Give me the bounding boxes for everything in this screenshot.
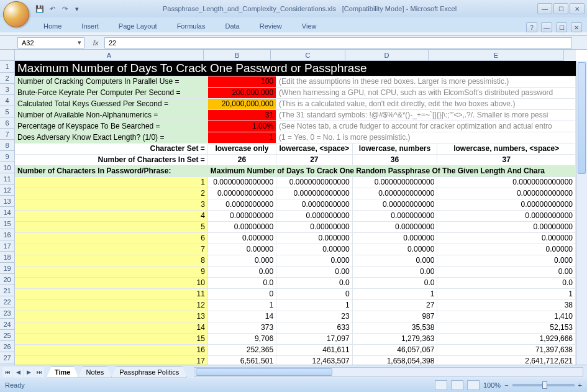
cell[interactable]: 0.0000000000 <box>437 210 576 221</box>
cell[interactable]: 9,706 <box>207 333 276 344</box>
cell[interactable]: 0.0000000000000 <box>352 176 437 188</box>
cell[interactable]: 1 <box>207 132 276 143</box>
row-header[interactable]: 20 <box>0 274 15 285</box>
select-all-corner[interactable] <box>0 50 15 61</box>
cell[interactable]: 0.0000000000 <box>276 199 353 210</box>
cell[interactable]: 1 <box>15 176 207 188</box>
cell[interactable]: 200,000,000 <box>207 87 276 98</box>
cell[interactable]: 14 <box>207 311 276 322</box>
cell[interactable]: 6,561,501 <box>207 355 276 365</box>
save-icon[interactable]: 💾 <box>35 4 45 14</box>
zoom-slider-thumb[interactable] <box>542 381 547 389</box>
tab-insert[interactable]: Insert <box>73 20 107 32</box>
row-header[interactable]: 21 <box>0 285 15 296</box>
sheet-tab[interactable]: Time <box>47 367 78 378</box>
tab-page-layout[interactable]: Page Layout <box>110 20 166 32</box>
cell[interactable]: lowercase only <box>207 143 276 154</box>
cell[interactable]: 0.00000 <box>437 244 576 255</box>
cell[interactable]: 1 <box>276 299 353 311</box>
cell[interactable]: 12,463,507 <box>276 355 353 365</box>
cell[interactable]: 0.000000000 <box>207 210 276 221</box>
cell[interactable]: 0.000 <box>276 255 353 266</box>
row-header[interactable]: 15 <box>0 218 15 229</box>
cell[interactable]: 987 <box>352 311 437 322</box>
cell[interactable]: 0.00000 <box>207 244 276 255</box>
cell[interactable]: Number of Characters In Password/Phrase: <box>15 165 207 176</box>
row-header[interactable]: 22 <box>0 296 15 308</box>
sheet-nav-prev-icon[interactable]: ◀ <box>13 367 23 377</box>
spreadsheet-grid[interactable]: ABCDE 1234567891011121314151617181920212… <box>0 50 587 365</box>
cell[interactable]: 0.000000 <box>207 232 276 244</box>
cell[interactable]: 2 <box>15 188 207 199</box>
cell[interactable]: 1 <box>437 288 576 299</box>
cell[interactable]: 11 <box>15 288 207 299</box>
cell[interactable]: Percentage of Keyspace To Be Searched = <box>15 121 207 132</box>
cell[interactable]: (1 = Yes, 0 = No. 1 is more pessimistic.… <box>276 132 576 143</box>
cell[interactable]: Number of Available Non-Alphanumerics = <box>15 109 207 121</box>
horizontal-scroll-thumb[interactable] <box>196 368 332 376</box>
cell[interactable]: 252,365 <box>207 344 276 355</box>
help-icon[interactable]: ? <box>526 22 537 32</box>
horizontal-scrollbar[interactable] <box>194 367 583 377</box>
cell[interactable]: 0.00 <box>437 266 576 277</box>
cell[interactable]: 0.000000 <box>276 232 353 244</box>
view-page-layout-button[interactable] <box>451 380 463 390</box>
name-box-dropdown-icon[interactable]: ▾ <box>75 39 84 47</box>
cell[interactable]: 0.00000 <box>352 244 437 255</box>
restore-button[interactable]: ☐ <box>553 3 568 14</box>
row-header[interactable]: 13 <box>0 196 15 207</box>
row-header[interactable]: 25 <box>0 330 15 341</box>
cell[interactable]: 12 <box>15 299 207 311</box>
cell[interactable]: 7 <box>15 244 207 255</box>
cell[interactable]: Maximum Number of Days To Crack One Pass… <box>15 61 576 76</box>
row-header[interactable]: 26 <box>0 341 15 352</box>
cell[interactable]: 0.0 <box>207 277 276 288</box>
cell[interactable]: 0.0000000000000 <box>276 176 353 188</box>
row-header[interactable]: 7 <box>0 129 15 140</box>
formula-bar[interactable]: 22 <box>104 37 572 48</box>
column-header[interactable]: B <box>204 50 271 61</box>
cell[interactable]: (See Notes tab, a crude fudger to accoun… <box>276 121 576 132</box>
cell[interactable]: 1,929,666 <box>437 333 576 344</box>
sheet-nav-last-icon[interactable]: ⏭ <box>34 367 44 377</box>
cell[interactable]: Does Adversary Know Exact Length? (1/0) … <box>15 132 207 143</box>
row-header[interactable]: 17 <box>0 240 15 252</box>
cell[interactable]: 0.000 <box>437 255 576 266</box>
cell[interactable]: 0.00000000 <box>276 221 353 232</box>
row-header[interactable]: 14 <box>0 207 15 218</box>
cell[interactable]: 0.00000000 <box>437 221 576 232</box>
fx-icon[interactable]: fx <box>91 39 101 47</box>
row-header[interactable]: 23 <box>0 308 15 319</box>
cell[interactable]: 0.000 <box>207 255 276 266</box>
cell[interactable]: 38 <box>437 299 576 311</box>
cell[interactable]: 15 <box>15 333 207 344</box>
cell[interactable]: 0.000000 <box>437 232 576 244</box>
cell[interactable]: Number of Cracking Computers In Parallel… <box>15 76 207 87</box>
cell[interactable]: Number of Characters In Set = <box>15 154 207 165</box>
row-headers[interactable]: 1234567891011121314151617181920212223242… <box>0 61 15 365</box>
cell[interactable]: 17,097 <box>276 333 353 344</box>
undo-icon[interactable]: ↶ <box>47 4 57 14</box>
cell[interactable]: 36 <box>352 154 437 165</box>
row-header[interactable]: 8 <box>0 140 15 151</box>
column-header[interactable]: C <box>271 50 345 61</box>
cell[interactable]: 0.0000000000 <box>207 199 276 210</box>
cell[interactable]: 0.000000000000 <box>276 188 353 199</box>
cell[interactable]: 71,397,638 <box>437 344 576 355</box>
cell[interactable]: Calculated Total Keys Guessed Per Second… <box>15 98 207 109</box>
cell[interactable]: 0.0000000000000 <box>207 176 276 188</box>
row-header[interactable]: 1 <box>0 61 15 73</box>
cell[interactable]: 0.000000000000 <box>437 188 576 199</box>
row-header[interactable]: 27 <box>0 352 15 363</box>
cell[interactable]: 0.000000 <box>352 232 437 244</box>
view-page-break-button[interactable] <box>467 380 480 390</box>
redo-icon[interactable]: ↷ <box>60 4 70 14</box>
row-header[interactable]: 12 <box>0 185 15 196</box>
cell[interactable]: 461,611 <box>276 344 353 355</box>
cell[interactable]: 0.000000000000 <box>352 188 437 199</box>
row-header[interactable]: 2 <box>0 73 15 84</box>
row-header[interactable]: 28 <box>0 363 15 365</box>
name-box[interactable]: A32 ▾ <box>17 37 84 48</box>
cell[interactable]: (This is a calculated value, don't edit … <box>276 98 576 109</box>
column-header[interactable]: E <box>429 50 564 61</box>
